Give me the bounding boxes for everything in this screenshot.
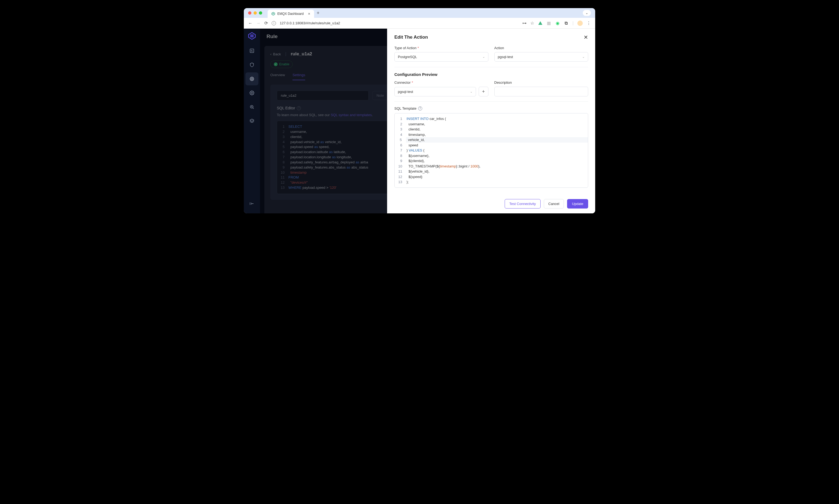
sidebar-security[interactable] [245,58,258,71]
type-label: Type of Action* [395,46,488,50]
nav-reload-icon[interactable]: ⟳ [264,20,268,26]
window-minimize[interactable] [254,11,257,15]
sidebar-dashboard[interactable] [245,44,258,57]
extension-icon[interactable]: ▦ [546,21,552,26]
help-icon[interactable]: ? [418,106,422,110]
tpl-label: SQL Template? [395,106,588,110]
chevron-down-icon: ⌄ [483,55,485,59]
new-tab-button[interactable]: + [317,10,320,16]
drawer-edit-action: Edit The Action ✕ Type of Action* Postgr… [387,29,595,213]
browser-tabs: EMQX Dashboard × + [267,8,319,18]
drawer-body: Type of Action* PostgreSQL⌄ Action pgsql… [387,44,595,195]
key-icon[interactable]: ⊶ [522,20,526,26]
extensions-menu-icon[interactable]: ⧉ [564,21,569,26]
chevron-down-icon: ⌄ [470,90,472,93]
svg-line-15 [253,108,254,109]
connector-label: Connector* [395,80,488,85]
sql-template-editor[interactable]: 1INSERT INTO car_infos (2 username,3 cli… [395,113,588,188]
divider [395,101,588,102]
emqx-favicon-icon [272,12,275,16]
drawer-footer: Test Connectivity Cancel Update [387,195,595,213]
window-maximize[interactable] [259,11,262,15]
tab-title: EMQX Dashboard [277,12,303,16]
action-select[interactable]: pgsql-test⌄ [494,52,589,61]
chevron-down-icon: ⌄ [582,55,585,59]
divider [395,67,588,67]
vue-devtools-icon[interactable] [538,21,543,26]
action-value: pgsql-test [498,55,513,59]
update-button[interactable]: Update [567,199,588,209]
whatsapp-ext-icon[interactable]: ◉ [555,21,560,26]
sidebar-settings[interactable] [245,86,258,100]
connector-value: pgsql-test [398,90,413,94]
svg-point-11 [250,77,254,81]
desc-label: Description [494,80,589,85]
browser-menu-icon[interactable]: ⋮ [587,20,591,26]
sidebar-expand[interactable] [245,197,258,210]
window-controls [248,11,262,15]
window-close[interactable] [248,11,251,15]
profile-avatar[interactable] [577,20,583,26]
action-label: Action [494,46,589,50]
tab-close-icon[interactable]: × [308,12,310,16]
nav-back-icon[interactable]: ← [248,21,252,26]
preview-title: Configuration Preview [395,72,588,77]
sidebar-rules[interactable] [245,72,258,85]
type-value: PostgreSQL [398,55,417,59]
bookmark-icon[interactable]: ☆ [530,20,534,26]
url-field[interactable]: 127.0.0.1:18083/#/rule/rules/rule_u1a2 [280,21,519,25]
svg-point-13 [251,92,253,94]
drawer-header: Edit The Action ✕ [387,29,595,44]
cancel-button[interactable]: Cancel [544,199,564,209]
tabs-dropdown[interactable]: ⌄ [583,10,591,16]
toolbar-right: ⊶ ☆ ▦ ◉ ⧉ | ⋮ [522,20,591,26]
drawer-title: Edit The Action [395,35,428,40]
browser-tab[interactable]: EMQX Dashboard × [267,10,314,18]
nav-forward-icon[interactable]: → [256,21,261,26]
site-info-icon[interactable]: i [272,21,276,25]
browser-window: EMQX Dashboard × + ⌄ ← → ⟳ i 127.0.0.1:1… [244,8,595,213]
add-connector-button[interactable]: + [479,87,488,96]
titlebar: EMQX Dashboard × + ⌄ [244,8,595,18]
address-bar: ← → ⟳ i 127.0.0.1:18083/#/rule/rules/rul… [244,18,595,29]
sidebar [244,29,260,213]
svg-point-12 [251,78,253,80]
test-connectivity-button[interactable]: Test Connectivity [505,199,540,209]
sidebar-clusters[interactable] [245,114,258,127]
app: Rule ‹Back | rule_u1a2 ✓Enable Overview … [244,29,595,213]
drawer-close-icon[interactable]: ✕ [583,34,588,40]
type-select[interactable]: PostgreSQL⌄ [395,52,488,61]
app-logo[interactable] [247,31,257,40]
sidebar-diagnose[interactable] [245,101,258,113]
desc-input[interactable] [494,87,589,96]
connector-select[interactable]: pgsql-test⌄ [395,87,476,96]
